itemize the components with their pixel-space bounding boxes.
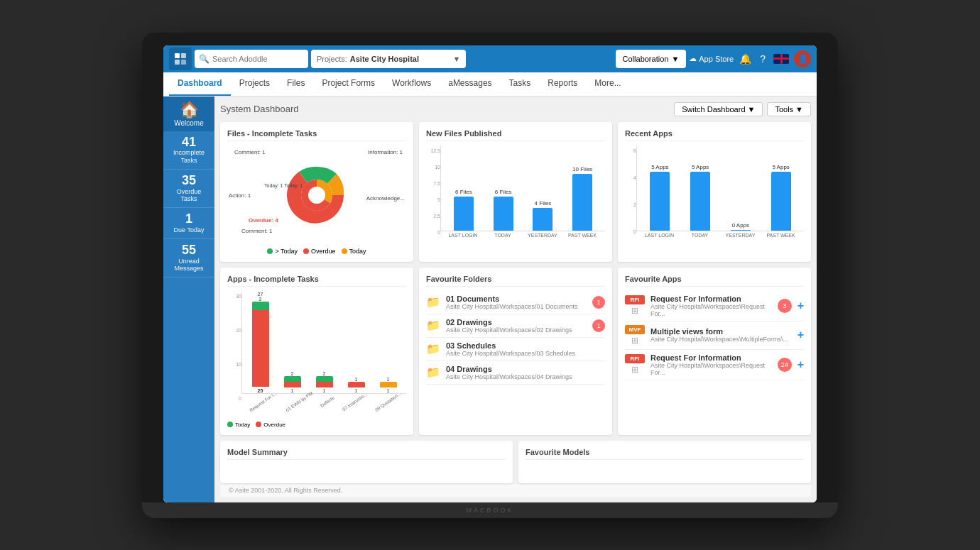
collaboration-button[interactable]: Collaboration ▼ — [616, 50, 687, 68]
appstore-button[interactable]: ☁ App Store — [689, 54, 734, 63]
bar — [454, 197, 474, 231]
notifications-button[interactable]: 🔔 — [736, 53, 754, 65]
card-title: Favourite Folders — [426, 275, 605, 287]
legend-dot-green — [267, 248, 273, 254]
chevron-down-icon: ▼ — [671, 55, 679, 63]
switch-dashboard-button[interactable]: Switch Dashboard ▼ — [674, 102, 763, 116]
tools-button[interactable]: Tools ▼ — [767, 102, 811, 116]
chart-label-acknowledge: Acknowledge... — [366, 195, 405, 202]
search-box[interactable]: 🔍 — [195, 50, 308, 68]
app-badge: RFI — [625, 295, 645, 304]
x-axis-labels: LAST LOGIN TODAY YESTERDAY PAST WEEK — [636, 231, 804, 238]
x-label: TODAY — [682, 233, 717, 238]
menu-item-more[interactable]: More... — [586, 72, 629, 96]
card-title: Favourite Apps — [625, 275, 804, 287]
red-seg — [316, 382, 333, 387]
bar — [494, 197, 513, 231]
bar — [572, 174, 592, 231]
legend-dot-orange — [342, 248, 347, 254]
card-recent-apps: Recent Apps 6 4 2 0 5 — [618, 122, 811, 262]
list-item: 📁 02 Drawings Asite City Hospital/Worksp… — [426, 314, 605, 338]
dashboard-header: System Dashboard Switch Dashboard ▼ Tool… — [220, 102, 811, 116]
folder-path: Asite City Hospital/Workspaces/01 Docume… — [446, 303, 587, 310]
list-item: 📁 03 Schedules Asite City Hospital/Works… — [426, 338, 605, 361]
chart-label-information: Information: 1 — [368, 149, 403, 155]
folder-icon: 📁 — [426, 342, 440, 356]
sidebar: 🏠 Welcome 41 IncompleteTasks 35 OverdueT… — [163, 97, 214, 502]
sidebar-item-overdue-tasks[interactable]: 35 OverdueTasks — [163, 170, 214, 208]
chart-label-overdue: Overdue: 4 — [249, 217, 278, 224]
card-new-files: New Files Published 12.5 10 7.5 5 2.5 0 — [419, 122, 612, 262]
dashboard-title: System Dashboard — [220, 104, 299, 114]
sidebar-item-welcome[interactable]: 🏠 Welcome — [163, 97, 214, 131]
project-selector[interactable]: Projects: Asite City Hospital ▼ — [311, 50, 466, 68]
footer-text: © Asite 2001-2020. All Rights Reserved. — [229, 487, 342, 494]
menu-bar: Dashboard Projects Files Project Forms W… — [163, 72, 817, 97]
card-title: Files - Incomplete Tasks — [227, 129, 406, 141]
x-label: PAST WEEK — [565, 233, 599, 238]
donut-chart — [260, 149, 374, 241]
sidebar-item-incomplete-tasks[interactable]: 41 IncompleteTasks — [163, 131, 214, 170]
sidebar-item-unread[interactable]: 55 UnreadMessages — [163, 239, 214, 277]
x-label: TODAY — [486, 233, 520, 238]
app-name: Request For Information — [650, 353, 772, 362]
menu-item-dashboard[interactable]: Dashboard — [169, 72, 231, 96]
menu-item-tasks[interactable]: Tasks — [501, 72, 540, 96]
folder-list: 📁 01 Documents Asite City Hospital/Works… — [426, 291, 605, 385]
bar-group: 2 1 — [310, 371, 338, 393]
add-button[interactable]: + — [797, 299, 804, 312]
grid-icon: ⊞ — [631, 306, 638, 316]
svg-rect-3 — [181, 60, 186, 65]
x-label: YESTERDAY — [723, 233, 758, 238]
card-favourite-models: Favourite Models — [518, 441, 811, 483]
menu-item-workflows[interactable]: Workflows — [383, 72, 440, 96]
second-row-cards: Apps - Incomplete Tasks 30 20 10 0 — [220, 268, 811, 435]
user-avatar[interactable]: 👤 — [794, 50, 811, 67]
folder-path: Asite City Hospital/Workspaces/03 Schedu… — [446, 350, 605, 357]
x-axis-labels: LAST LOGIN TODAY YESTERDAY PAST WEEK — [440, 231, 605, 238]
folder-badge: 1 — [592, 319, 605, 332]
cloud-icon: ☁ — [689, 54, 697, 63]
x-label: YESTERDAY — [526, 233, 560, 238]
legend-dot-red — [303, 248, 309, 254]
menu-item-projects[interactable]: Projects — [231, 72, 278, 96]
folder-name: 04 Drawings — [446, 365, 605, 373]
list-item: 📁 04 Drawings Asite City Hospital/Worksp… — [426, 361, 605, 385]
app-name: Multiple views form — [650, 327, 792, 336]
legend-item-today: Today — [342, 248, 366, 255]
stacked-bar-2: 1 — [278, 376, 306, 393]
main-content: System Dashboard Switch Dashboard ▼ Tool… — [214, 97, 817, 502]
bar — [650, 172, 670, 231]
folder-name: 02 Drawings — [446, 318, 587, 326]
menu-item-reports[interactable]: Reports — [539, 72, 586, 96]
folder-path: Asite City Hospital/Workspaces/04 Drawin… — [446, 373, 605, 380]
search-input[interactable] — [212, 55, 298, 63]
content-area: 🏠 Welcome 41 IncompleteTasks 35 OverdueT… — [163, 97, 817, 502]
y-axis: 30 20 10 0 — [227, 291, 241, 405]
y-axis: 12.5 10 7.5 5 2.5 0 — [426, 145, 440, 238]
add-button[interactable]: + — [797, 358, 804, 371]
menu-item-amessages[interactable]: aMessages — [440, 72, 500, 96]
red-seg — [284, 382, 301, 387]
menu-item-project-forms[interactable]: Project Forms — [313, 72, 383, 96]
welcome-label: Welcome — [174, 119, 204, 127]
chart-label-today1: Today: 1 — [264, 183, 283, 188]
green-seg — [316, 376, 333, 382]
chevron-down-icon: ▼ — [795, 105, 803, 114]
sidebar-item-due-today[interactable]: 1 Due Today — [163, 208, 214, 239]
bar-group-last-login: 5 Apps — [643, 164, 677, 231]
legend-item-gt-today: > Today — [267, 248, 298, 255]
list-item: RFI ⊞ Request For Information Asite City… — [625, 291, 804, 321]
folder-icon: 📁 — [426, 295, 440, 309]
card-title: Apps - Incomplete Tasks — [227, 275, 406, 287]
menu-item-files[interactable]: Files — [278, 72, 313, 96]
help-button[interactable]: ? — [757, 53, 768, 65]
bar-group: 1 1 — [342, 377, 370, 393]
grid-icon: ⊞ — [631, 336, 638, 346]
card-favourite-apps: Favourite Apps RFI ⊞ Request For Informa… — [618, 268, 811, 435]
language-flag[interactable] — [773, 54, 789, 64]
add-button[interactable]: + — [797, 329, 804, 341]
green-seg — [252, 302, 269, 310]
logo[interactable] — [169, 48, 192, 70]
x-label: PAST WEEK — [763, 233, 798, 238]
